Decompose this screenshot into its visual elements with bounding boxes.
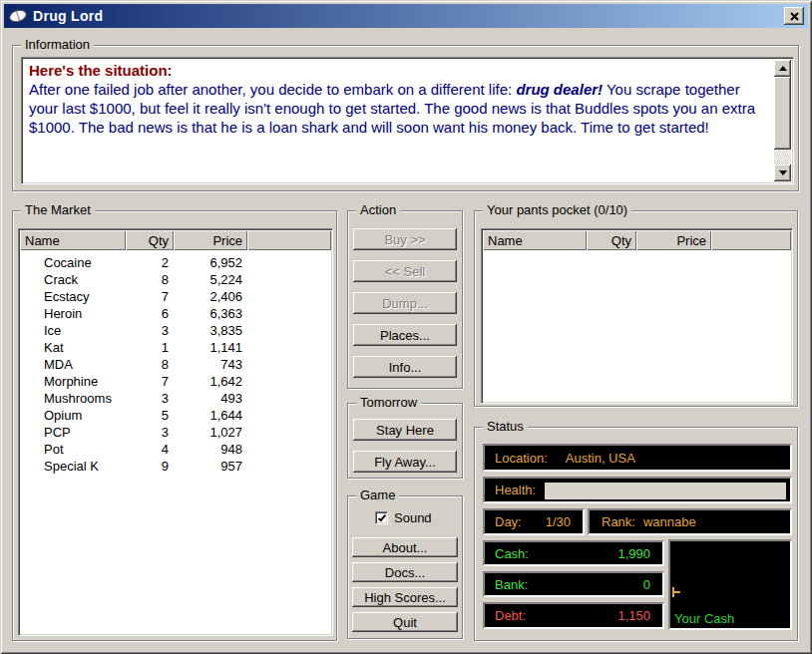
table-row[interactable]: Pot4948 — [20, 441, 331, 458]
quit-button[interactable]: Quit — [352, 612, 458, 632]
table-cell: Heroin — [20, 305, 126, 322]
table-cell — [247, 458, 331, 475]
scroll-down-button[interactable] — [774, 164, 791, 181]
column-header-name[interactable]: Name — [20, 230, 126, 250]
table-row[interactable]: Ice33,835 — [20, 322, 331, 339]
column-header-empty — [247, 230, 331, 250]
places-button[interactable]: Places... — [353, 324, 457, 346]
bank-value: 0 — [643, 577, 650, 592]
column-header-price[interactable]: Price — [636, 230, 711, 250]
information-group: Information Here's the situation: After … — [12, 45, 799, 191]
table-row[interactable]: Cocaine26,952 — [20, 254, 331, 271]
close-icon — [790, 12, 799, 21]
table-cell: 1 — [126, 339, 174, 356]
table-cell: 957 — [174, 458, 247, 475]
location-panel: Location: Austin, USA — [483, 444, 792, 472]
table-cell: 3 — [126, 390, 174, 407]
close-button[interactable] — [784, 7, 804, 25]
status-group-label: Status — [483, 420, 528, 434]
table-cell: 1,642 — [174, 373, 247, 390]
table-row[interactable]: MDA8743 — [20, 356, 331, 373]
table-row[interactable]: Heroin66,363 — [20, 305, 331, 322]
column-header-qty[interactable]: Qty — [126, 230, 174, 250]
situation-paragraph: After one failed job after another, you … — [29, 80, 767, 137]
table-row[interactable]: Crack85,224 — [20, 271, 331, 288]
dump-button[interactable]: Dump... — [353, 292, 457, 314]
sound-checkbox[interactable] — [375, 511, 388, 524]
table-row[interactable]: Ecstacy72,406 — [20, 288, 331, 305]
table-cell — [247, 288, 331, 305]
table-cell: Crack — [20, 271, 126, 288]
about-button[interactable]: About... — [352, 537, 458, 557]
cash-value: 1,990 — [617, 546, 650, 561]
scroll-up-button[interactable] — [774, 60, 791, 77]
table-cell — [247, 356, 331, 373]
debt-label: Debt: — [495, 608, 526, 623]
cash-label: Cash: — [495, 546, 529, 561]
table-cell: 3 — [126, 322, 174, 339]
information-group-label: Information — [21, 38, 94, 52]
day-label: Day: — [495, 514, 522, 529]
cash-chart: Your Cash — [668, 539, 792, 630]
table-row[interactable]: Morphine71,642 — [20, 373, 331, 390]
pocket-list[interactable]: Name Qty Price — [481, 228, 793, 404]
table-cell — [247, 254, 331, 271]
table-cell: Ice — [20, 322, 126, 339]
table-cell: Kat — [20, 339, 126, 356]
table-cell: Special K — [20, 458, 126, 475]
table-cell: Opium — [20, 407, 126, 424]
market-list[interactable]: Name Qty Price Cocaine26,952Crack85,224E… — [18, 228, 333, 636]
column-header-qty[interactable]: Qty — [587, 230, 636, 250]
table-cell — [247, 390, 331, 407]
table-cell: Pot — [20, 441, 126, 458]
table-cell: 3 — [126, 424, 174, 441]
stay-here-button[interactable]: Stay Here — [353, 419, 457, 441]
table-row[interactable]: Opium51,644 — [20, 407, 331, 424]
bank-panel: Bank: 0 — [483, 571, 664, 597]
table-row[interactable]: PCP31,027 — [20, 424, 331, 441]
table-cell: 4 — [126, 441, 174, 458]
high-scores-button[interactable]: High Scores... — [352, 587, 458, 607]
location-label: Location: — [495, 451, 548, 466]
table-cell: 1,644 — [174, 407, 247, 424]
debt-panel: Debt: 1,150 — [483, 602, 664, 629]
table-cell: 8 — [126, 271, 174, 288]
tomorrow-group-label: Tomorrow — [356, 396, 421, 410]
docs-button[interactable]: Docs... — [352, 562, 458, 582]
table-row[interactable]: Special K9957 — [20, 458, 331, 475]
scroll-thumb[interactable] — [774, 77, 791, 150]
table-cell: 493 — [174, 390, 247, 407]
information-textbox[interactable]: Here's the situation: After one failed j… — [21, 57, 794, 184]
fly-away-button[interactable]: Fly Away... — [353, 451, 457, 473]
situation-text-emphasis: drug dealer! — [516, 81, 603, 98]
pill-icon — [8, 6, 28, 26]
table-cell: 6,363 — [174, 305, 247, 322]
column-header-name[interactable]: Name — [483, 230, 587, 250]
table-cell: 3,835 — [174, 322, 247, 339]
info-button[interactable]: Info... — [353, 356, 457, 378]
table-row[interactable]: Kat11,141 — [20, 339, 331, 356]
table-cell: 8 — [126, 356, 174, 373]
table-cell: 6 — [126, 305, 174, 322]
action-group-label: Action — [356, 203, 400, 217]
table-cell: Morphine — [20, 373, 126, 390]
table-cell: PCP — [20, 424, 126, 441]
table-cell: 2,406 — [174, 288, 247, 305]
info-scrollbar[interactable] — [774, 60, 791, 181]
table-cell: 7 — [126, 288, 174, 305]
sound-checkbox-label: Sound — [394, 510, 432, 525]
game-group-label: Game — [356, 489, 399, 502]
column-header-price[interactable]: Price — [174, 230, 247, 250]
tomorrow-group: Tomorrow Stay HereFly Away... — [347, 403, 463, 479]
situation-text-before: After one failed job after another, you … — [29, 81, 516, 98]
situation-heading: Here's the situation: — [29, 61, 767, 80]
buy-button[interactable]: Buy >> — [353, 228, 457, 250]
day-value: 1/30 — [546, 514, 571, 529]
chart-tick-icon — [672, 591, 680, 593]
table-cell — [247, 373, 331, 390]
table-cell: 5 — [126, 407, 174, 424]
rank-value: wannabe — [643, 514, 696, 529]
pocket-table-header: Name Qty Price — [483, 230, 791, 250]
sell-button[interactable]: << Sell — [353, 260, 457, 282]
table-row[interactable]: Mushrooms3493 — [20, 390, 331, 407]
